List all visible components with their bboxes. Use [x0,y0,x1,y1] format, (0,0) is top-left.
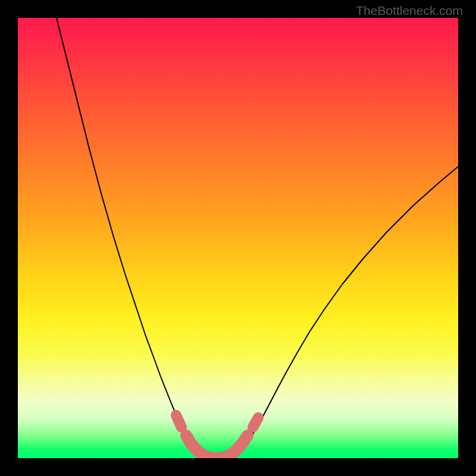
series-left-marker [176,415,181,427]
series-valley-thick [186,436,248,458]
series-main-curve [57,18,458,458]
chart-svg [18,18,458,458]
chart-series-group [57,18,458,458]
watermark-text: TheBottleneck.com [356,4,463,18]
chart-plot-area [18,18,458,458]
series-right-marker [253,418,258,427]
